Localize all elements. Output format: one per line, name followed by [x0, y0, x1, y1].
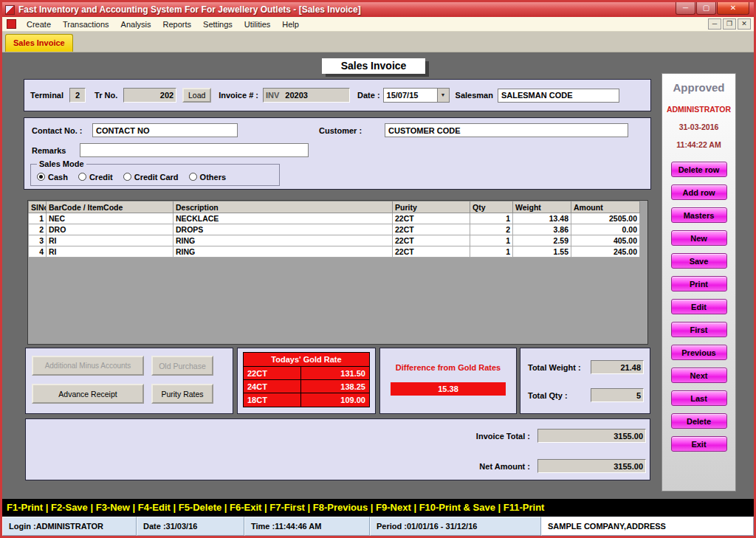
sales-mode-label: Sales Mode [37, 159, 86, 168]
cell-description[interactable]: NECKLACE [173, 213, 393, 224]
trno-label: Tr No. [94, 91, 117, 100]
minimize-button[interactable]: ─ [676, 2, 695, 15]
cell-description[interactable]: DROPS [173, 224, 393, 235]
last-button[interactable]: Last [671, 390, 727, 406]
cell-amount[interactable]: 0.00 [571, 224, 640, 235]
status-period: Period :01/01/16 - 31/12/16 [370, 517, 541, 536]
mdi-minimize-button[interactable]: ─ [708, 18, 721, 30]
sidebar-time: 11:44:22 AM [662, 140, 735, 149]
menu-utilities[interactable]: Utilities [238, 18, 276, 31]
radio-credit-card[interactable]: Credit Card [123, 173, 179, 182]
radio-credit[interactable]: Credit [78, 173, 113, 182]
first-button[interactable]: First [671, 322, 727, 337]
radio-credit-icon [78, 173, 86, 181]
net-amount-value: 3155.00 [537, 459, 646, 473]
contact-input[interactable] [92, 123, 238, 137]
cell-slno[interactable]: 1 [29, 213, 47, 224]
cell-code[interactable]: RI [47, 246, 173, 258]
cell-qty[interactable]: 1 [470, 246, 513, 258]
date-combobox[interactable]: 15/07/15 ▼ [383, 88, 450, 103]
status-company: SAMPLE COMPANY,ADDRESS [541, 517, 754, 536]
cell-code[interactable]: RI [47, 235, 173, 246]
salesman-input[interactable] [498, 89, 619, 103]
table-row: 1 NEC NECKLACE 22CT 1 13.48 2505.00 [29, 213, 640, 224]
cell-qty[interactable]: 1 [470, 213, 513, 224]
cell-amount[interactable]: 405.00 [571, 235, 640, 246]
cell-weight[interactable]: 13.48 [513, 213, 571, 224]
menu-settings[interactable]: Settings [197, 18, 238, 31]
next-button[interactable]: Next [671, 368, 727, 383]
sidebar-buttons: Delete row Add row Masters New Save Prin… [662, 162, 735, 452]
date-dropdown-icon[interactable]: ▼ [437, 89, 449, 102]
tabstrip: Sales Invoice [2, 32, 754, 52]
previous-button[interactable]: Previous [671, 345, 727, 360]
menu-help[interactable]: Help [276, 18, 305, 31]
menu-create[interactable]: Create [21, 18, 57, 31]
cell-weight[interactable]: 1.55 [513, 246, 571, 258]
menu-reports[interactable]: Reports [157, 18, 198, 31]
weight-qty-panel: Total Weight : 21.48 Total Qty : 5 [520, 348, 650, 414]
cell-code[interactable]: DRO [47, 224, 173, 235]
masters-button[interactable]: Masters [671, 207, 727, 223]
cell-qty[interactable]: 1 [470, 235, 513, 246]
page-title: Sales Invoice [322, 58, 425, 74]
radio-cash[interactable]: Cash [37, 173, 68, 182]
cell-code[interactable]: NEC [47, 213, 173, 224]
cell-weight[interactable]: 3.86 [513, 224, 571, 235]
print-button[interactable]: Print [671, 276, 727, 292]
cell-purity[interactable]: 22CT [393, 246, 470, 258]
cell-description[interactable]: RING [173, 246, 393, 258]
new-button[interactable]: New [671, 230, 727, 246]
cell-amount[interactable]: 2505.00 [571, 213, 640, 224]
column-header-qty: Qty [470, 201, 513, 213]
menu-analysis[interactable]: Analysis [115, 18, 157, 31]
customer-input[interactable] [385, 123, 628, 137]
menu-transactions[interactable]: Transactions [57, 18, 115, 31]
exit-button[interactable]: Exit [671, 436, 727, 452]
cell-slno[interactable]: 3 [29, 235, 47, 246]
cell-description[interactable]: RING [173, 235, 393, 246]
remarks-input[interactable] [80, 143, 309, 157]
status-bar: Login :ADMINISTRATOR Date :31/03/16 Time… [2, 517, 754, 536]
titlebar: Fast Inventory and Accounting System For… [2, 2, 754, 17]
tab-sales-invoice[interactable]: Sales Invoice [5, 34, 73, 52]
sales-mode-group: Sales Mode Cash Credit Credit Card Other… [30, 159, 280, 186]
cell-purity[interactable]: 22CT [393, 235, 470, 246]
remarks-label: Remarks [32, 146, 66, 155]
cell-amount[interactable]: 245.00 [571, 246, 640, 258]
maximize-button[interactable]: ▢ [696, 2, 716, 15]
net-amount-label: Net Amount : [479, 462, 530, 471]
edit-button[interactable]: Edit [671, 299, 727, 314]
delete-row-button[interactable]: Delete row [671, 162, 727, 177]
cell-purity[interactable]: 22CT [393, 213, 470, 224]
radio-others[interactable]: Others [189, 173, 226, 182]
gold-rate-table: Todays' Gold Rate 22CT 131.50 24CT 138.2… [243, 352, 370, 407]
purity-rates-button[interactable]: Purity Rates [151, 384, 213, 404]
advance-receipt-button[interactable]: Advance Receipt [32, 384, 144, 404]
cell-slno[interactable]: 4 [29, 246, 47, 258]
mdi-close-button[interactable]: ✕ [738, 18, 751, 30]
radio-cash-label: Cash [48, 173, 68, 182]
column-header-description: Description [173, 201, 393, 213]
gold-rate-value: 131.50 [301, 367, 369, 379]
table-row: 4 RI RING 22CT 1 1.55 245.00 [29, 246, 640, 258]
add-row-button[interactable]: Add row [671, 184, 727, 200]
gold-rate-row: 24CT 138.25 [244, 380, 369, 393]
additional-minus-accounts-button[interactable]: Additional Minus Accounts [32, 356, 144, 376]
cell-weight[interactable]: 2.59 [513, 235, 571, 246]
cell-qty[interactable]: 2 [470, 224, 513, 235]
cell-purity[interactable]: 22CT [393, 224, 470, 235]
mdi-restore-button[interactable]: ❐ [723, 18, 736, 30]
old-purchase-button[interactable]: Old Purchase [151, 356, 213, 376]
gold-rate-row: 18CT 109.00 [244, 393, 369, 407]
invoice-number-value: INV 20203 [263, 88, 350, 103]
date-label: Date : [357, 91, 380, 100]
cell-slno[interactable]: 2 [29, 224, 47, 235]
status-time: Time :11:44:46 AM [244, 517, 370, 536]
window-title: Fast Inventory and Accounting System For… [18, 4, 361, 15]
close-button[interactable]: ✕ [717, 2, 749, 15]
gold-rate-difference-panel: Difference from Gold Rates 15.38 [379, 348, 517, 414]
load-button[interactable]: Load [182, 88, 211, 103]
save-button[interactable]: Save [671, 253, 727, 269]
delete-button[interactable]: Delete [671, 413, 727, 429]
